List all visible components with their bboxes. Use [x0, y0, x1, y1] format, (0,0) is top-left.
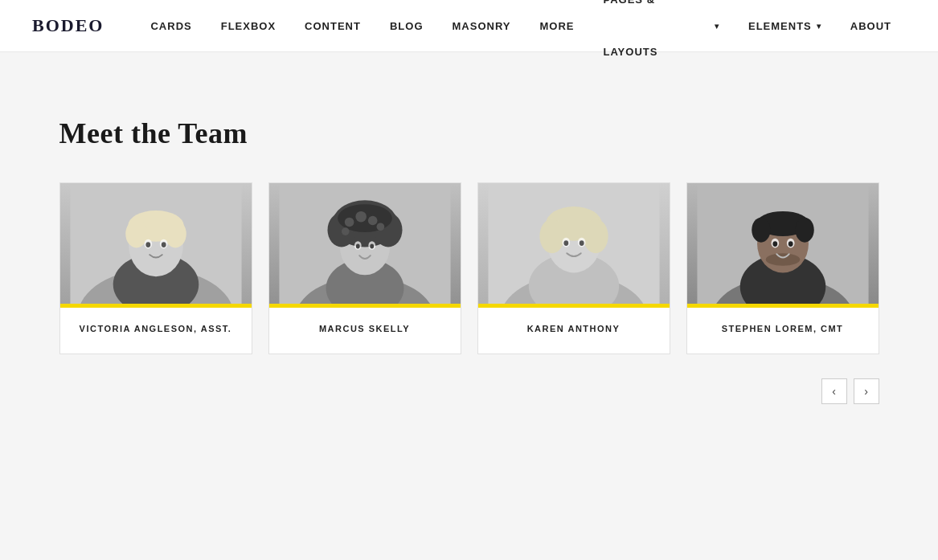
navigation: BODEO CARDSFLEXBOXCONTENTBLOGMASONRYMORE…	[0, 0, 938, 52]
person-photo-karen	[478, 183, 670, 308]
nav-left: CARDSFLEXBOXCONTENTBLOGMASONRYMORE	[136, 0, 588, 52]
svg-point-28	[355, 244, 359, 249]
team-card-image-victoria	[60, 183, 252, 308]
svg-point-50	[795, 218, 813, 243]
team-card-karen: KAREN ANTHONY	[477, 182, 670, 354]
team-card-image-marcus	[269, 183, 461, 308]
nav-item-pages---layouts[interactable]: PAGES & LAYOUTS ▾	[588, 0, 734, 78]
carousel-next-button[interactable]: ›	[854, 378, 879, 404]
nav-item-more[interactable]: MORE	[525, 0, 588, 52]
logo[interactable]: BODEO	[32, 15, 104, 36]
svg-point-54	[772, 241, 777, 247]
nav-right: PAGES & LAYOUTS ▾ELEMENTS ▾ABOUT	[588, 0, 906, 78]
team-card-body-victoria: VICTORIA ANGLESON, ASST.	[60, 308, 252, 354]
svg-point-10	[145, 242, 150, 247]
carousel-prev-button[interactable]: ‹	[821, 378, 847, 404]
team-member-name-marcus: MARCUS SKELLY	[282, 322, 448, 336]
nav-item-elements[interactable]: ELEMENTS ▾	[734, 0, 836, 52]
person-photo-stephen	[687, 183, 879, 308]
team-card-image-karen	[478, 183, 670, 308]
svg-point-41	[563, 240, 568, 246]
team-card-image-stephen	[687, 183, 879, 308]
svg-point-7	[164, 220, 186, 248]
team-card-marcus: MARCUS SKELLY	[268, 182, 461, 354]
team-grid: VICTORIA ANGLESON, ASST.	[59, 182, 879, 354]
team-member-name-stephen: STEPHEN LOREM, CMT	[700, 322, 866, 336]
team-card-body-karen: KAREN ANTHONY	[478, 308, 670, 354]
svg-point-22	[355, 211, 367, 223]
svg-point-51	[765, 253, 800, 266]
section-title: Meet the Team	[59, 116, 879, 150]
nav-item-blog[interactable]: BLOG	[375, 0, 438, 52]
team-member-name-karen: KAREN ANTHONY	[491, 322, 657, 336]
nav-item-about[interactable]: ABOUT	[836, 0, 906, 52]
svg-point-24	[376, 223, 384, 231]
svg-point-55	[788, 241, 793, 247]
svg-point-37	[539, 219, 564, 254]
svg-point-21	[344, 218, 354, 227]
svg-point-11	[161, 242, 166, 247]
main-content: Meet the Team VICTORIA ANGLESON, ASST.	[27, 52, 911, 452]
dropdown-arrow-icon: ▾	[715, 0, 719, 52]
svg-point-6	[125, 220, 147, 248]
person-photo-victoria	[60, 183, 252, 308]
nav-item-masonry[interactable]: MASONRY	[438, 0, 526, 52]
nav-item-content[interactable]: CONTENT	[290, 0, 375, 52]
svg-point-29	[370, 244, 374, 249]
svg-point-23	[367, 216, 377, 226]
team-card-victoria: VICTORIA ANGLESON, ASST.	[59, 182, 252, 354]
nav-item-cards[interactable]: CARDS	[136, 0, 206, 52]
carousel-controls: ‹ ›	[59, 378, 879, 404]
nav-item-flexbox[interactable]: FLEXBOX	[207, 0, 290, 52]
team-member-name-victoria: VICTORIA ANGLESON, ASST.	[73, 322, 239, 336]
team-card-stephen: STEPHEN LOREM, CMT	[686, 182, 879, 354]
svg-point-25	[341, 227, 349, 235]
team-card-body-marcus: MARCUS SKELLY	[269, 308, 461, 354]
svg-point-38	[583, 219, 608, 254]
person-photo-marcus	[269, 183, 461, 308]
svg-point-49	[752, 218, 770, 243]
team-card-body-stephen: STEPHEN LOREM, CMT	[687, 308, 879, 354]
svg-point-42	[579, 240, 584, 246]
dropdown-arrow-icon: ▾	[817, 0, 821, 52]
